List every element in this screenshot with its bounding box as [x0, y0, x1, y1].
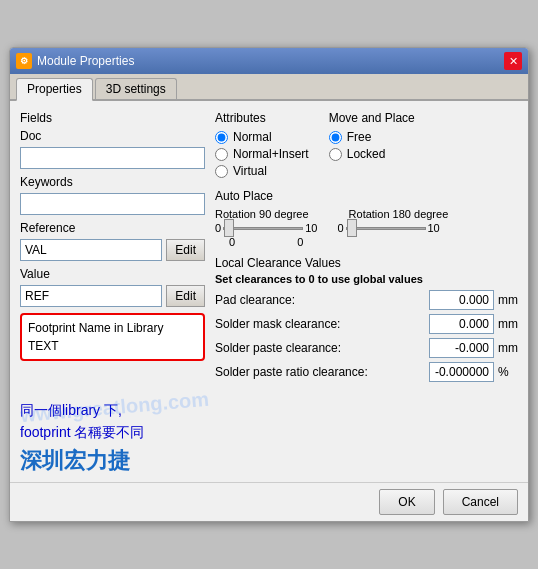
attr-normal-insert-radio[interactable]	[215, 148, 228, 161]
rot180-value: 0	[297, 236, 303, 248]
rot90-max: 10	[305, 222, 317, 234]
attr-normal-row: Normal	[215, 130, 309, 144]
move-locked-label: Locked	[347, 147, 386, 161]
clearance-unit-0: mm	[498, 293, 518, 307]
title-bar: ⚙ Module Properties ✕	[10, 48, 528, 74]
move-free-row: Free	[329, 130, 415, 144]
attr-normal-insert-label: Normal+Insert	[233, 147, 309, 161]
rot90-value: 0	[229, 236, 235, 248]
rot180-slider-group: 0 10	[337, 222, 439, 234]
module-properties-window: ⚙ Module Properties ✕ Properties 3D sett…	[9, 47, 529, 522]
rot180-slider[interactable]	[346, 227, 426, 230]
attributes-section: Attributes Normal Normal+Insert Virtual	[215, 111, 309, 181]
attr-virtual-label: Virtual	[233, 164, 267, 178]
footprint-value: TEXT	[28, 339, 197, 353]
attr-normal-label: Normal	[233, 130, 272, 144]
top-right-sections: Attributes Normal Normal+Insert Virtual	[215, 111, 518, 189]
brand-text: 深圳宏力捷	[20, 446, 518, 476]
clearance-input-1[interactable]	[429, 314, 494, 334]
tab-bar: Properties 3D settings	[10, 74, 528, 101]
clearance-input-2[interactable]	[429, 338, 494, 358]
app-icon: ⚙	[16, 53, 32, 69]
tab-properties[interactable]: Properties	[16, 78, 93, 101]
clearance-unit-2: mm	[498, 341, 518, 355]
value-input[interactable]	[20, 285, 162, 307]
value-label: Value	[20, 267, 205, 281]
rot90-slider[interactable]	[223, 227, 303, 230]
clearance-title: Local Clearance Values	[215, 256, 518, 270]
ok-button[interactable]: OK	[379, 489, 434, 515]
auto-place-title: Auto Place	[215, 189, 518, 203]
tab-3d-settings[interactable]: 3D settings	[95, 78, 177, 99]
clearance-row-1: Solder mask clearance: mm	[215, 314, 518, 334]
clearance-name-3: Solder paste ratio clearance:	[215, 365, 425, 379]
clearance-name-1: Solder mask clearance:	[215, 317, 425, 331]
footprint-label: Footprint Name in Library	[28, 321, 197, 335]
move-locked-radio[interactable]	[329, 148, 342, 161]
move-place-title: Move and Place	[329, 111, 415, 125]
reference-label: Reference	[20, 221, 205, 235]
clearance-row-3: Solder paste ratio clearance: %	[215, 362, 518, 382]
keywords-label: Keywords	[20, 175, 205, 189]
rot90-slider-group: 0 10	[215, 222, 317, 234]
attr-normal-radio[interactable]	[215, 131, 228, 144]
cancel-button[interactable]: Cancel	[443, 489, 518, 515]
slider-values: 0 0	[215, 236, 518, 248]
clearance-row-2: Solder paste clearance: mm	[215, 338, 518, 358]
window-title: Module Properties	[37, 54, 134, 68]
move-locked-row: Locked	[329, 147, 415, 161]
right-column: Attributes Normal Normal+Insert Virtual	[215, 111, 518, 386]
left-column: Fields Doc Keywords Reference Edit Value…	[20, 111, 205, 386]
rot180-max: 10	[428, 222, 440, 234]
value-row: Edit	[20, 285, 205, 307]
clearance-row-0: Pad clearance: mm	[215, 290, 518, 310]
clearance-unit-1: mm	[498, 317, 518, 331]
rot180-min: 0	[337, 222, 343, 234]
doc-input[interactable]	[20, 147, 205, 169]
move-place-section: Move and Place Free Locked	[329, 111, 415, 181]
attr-normal-insert-row: Normal+Insert	[215, 147, 309, 161]
clearance-subtitle: Set clearances to 0 to use global values	[215, 273, 518, 285]
sliders-row: 0 10 0 10	[215, 222, 518, 234]
doc-label: Doc	[20, 129, 205, 143]
main-content: Fields Doc Keywords Reference Edit Value…	[10, 101, 528, 396]
clearance-name-2: Solder paste clearance:	[215, 341, 425, 355]
reference-input[interactable]	[20, 239, 162, 261]
move-free-label: Free	[347, 130, 372, 144]
rot90-min: 0	[215, 222, 221, 234]
move-free-radio[interactable]	[329, 131, 342, 144]
clearance-input-0[interactable]	[429, 290, 494, 310]
clearance-unit-3: %	[498, 365, 518, 379]
footprint-box: Footprint Name in Library TEXT	[20, 313, 205, 361]
keywords-input[interactable]	[20, 193, 205, 215]
attributes-title: Attributes	[215, 111, 309, 125]
clearance-input-3[interactable]	[429, 362, 494, 382]
annotation-line1: 同一個library 下,	[20, 402, 518, 420]
attr-virtual-row: Virtual	[215, 164, 309, 178]
reference-row: Edit	[20, 239, 205, 261]
footer: OK Cancel	[10, 482, 528, 521]
annotation-line2: footprint 名稱要不同	[20, 424, 518, 442]
fields-label: Fields	[20, 111, 205, 125]
reference-edit-button[interactable]: Edit	[166, 239, 205, 261]
bottom-area: www.greatlong.com 同一個library 下, footprin…	[10, 396, 528, 482]
clearance-section: Local Clearance Values Set clearances to…	[215, 256, 518, 382]
attr-virtual-radio[interactable]	[215, 165, 228, 178]
columns-layout: Fields Doc Keywords Reference Edit Value…	[20, 111, 518, 386]
clearance-name-0: Pad clearance:	[215, 293, 425, 307]
value-edit-button[interactable]: Edit	[166, 285, 205, 307]
auto-place-section: Auto Place Rotation 90 degree Rotation 1…	[215, 189, 518, 248]
close-button[interactable]: ✕	[504, 52, 522, 70]
